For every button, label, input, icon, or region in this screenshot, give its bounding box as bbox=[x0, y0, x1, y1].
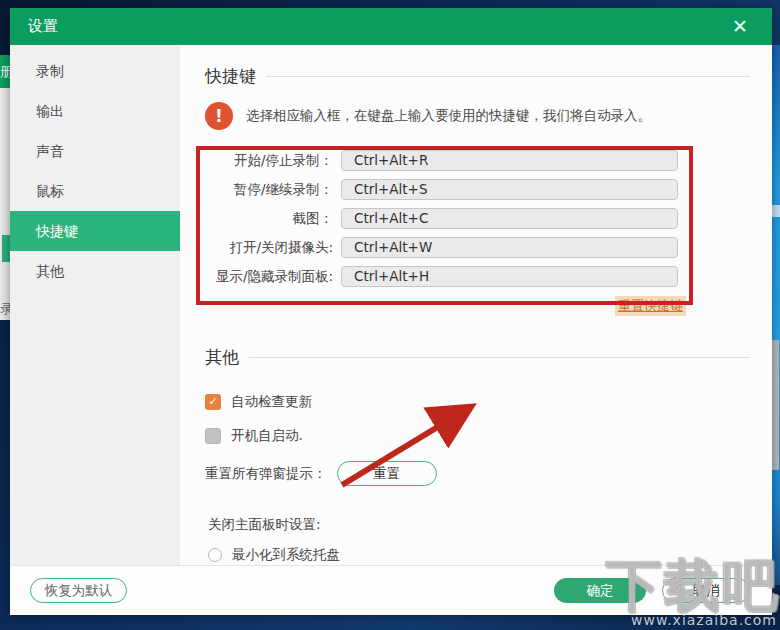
radio-minimize-to-tray[interactable] bbox=[208, 548, 222, 562]
hotkey-row: 暂停/继续录制： Ctrl+Alt+S bbox=[205, 179, 772, 200]
desktop-blue-strip bbox=[772, 45, 780, 585]
background-scrollbar-fragment bbox=[772, 340, 779, 470]
section-divider bbox=[266, 76, 750, 77]
hotkey-label: 截图： bbox=[205, 210, 333, 228]
desktop-blue-strip-highlight bbox=[772, 205, 780, 217]
hotkey-input-screenshot[interactable]: Ctrl+Alt+C bbox=[341, 208, 678, 229]
hotkey-row: 打开/关闭摄像头: Ctrl+Alt+W bbox=[205, 237, 772, 258]
checkbox-auto-update[interactable]: ✓ bbox=[205, 394, 221, 410]
hotkey-row: 显示/隐藏录制面板: Ctrl+Alt+H bbox=[205, 266, 772, 287]
hotkey-label: 打开/关闭摄像头: bbox=[205, 239, 333, 257]
hotkey-label: 显示/隐藏录制面板: bbox=[205, 268, 333, 286]
sidebar-item-mouse[interactable]: 鼠标 bbox=[10, 171, 180, 211]
title-bar: 设置 ✕ bbox=[10, 8, 772, 45]
window-title: 设置 bbox=[28, 17, 58, 36]
reset-popups-button[interactable]: 重置 bbox=[337, 461, 437, 486]
reset-hotkeys-link[interactable]: 重置快捷键 bbox=[615, 296, 686, 316]
section-divider bbox=[249, 357, 750, 358]
settings-dialog: 设置 ✕ 录制 输出 声音 鼠标 快捷键 其他 快捷键 ! 选择相应输入框，在键… bbox=[10, 8, 772, 615]
dialog-footer: 恢复为默认 确定 取消 bbox=[10, 565, 772, 615]
sidebar-item-other[interactable]: 其他 bbox=[10, 251, 180, 291]
sidebar-item-output[interactable]: 输出 bbox=[10, 91, 180, 131]
restore-defaults-button[interactable]: 恢复为默认 bbox=[30, 578, 127, 603]
checkbox-auto-start[interactable] bbox=[205, 428, 221, 444]
ok-button[interactable]: 确定 bbox=[554, 578, 646, 603]
hotkey-input-pause-resume[interactable]: Ctrl+Alt+S bbox=[341, 179, 678, 200]
background-window-fragment: 录 bbox=[0, 300, 10, 318]
reset-all-popups-label: 重置所有弹窗提示： bbox=[205, 465, 327, 483]
settings-sidebar: 录制 输出 声音 鼠标 快捷键 其他 bbox=[10, 45, 180, 565]
cancel-button[interactable]: 取消 bbox=[662, 578, 750, 603]
hotkey-row: 截图： Ctrl+Alt+C bbox=[205, 208, 772, 229]
hotkey-input-show-hide-panel[interactable]: Ctrl+Alt+H bbox=[341, 266, 678, 287]
hotkey-input-webcam[interactable]: Ctrl+Alt+W bbox=[341, 237, 678, 258]
sidebar-item-hotkeys[interactable]: 快捷键 bbox=[10, 211, 180, 251]
other-section-title: 其他 bbox=[205, 346, 239, 369]
radio-label: 最小化到系统托盘 bbox=[232, 546, 340, 564]
close-icon[interactable]: ✕ bbox=[726, 17, 754, 36]
sidebar-item-record[interactable]: 录制 bbox=[10, 51, 180, 91]
hotkey-label: 开始/停止录制： bbox=[205, 152, 333, 170]
background-window-fragment bbox=[2, 235, 10, 262]
hotkey-input-start-stop[interactable]: Ctrl+Alt+R bbox=[341, 150, 678, 171]
hotkeys-section-title: 快捷键 bbox=[205, 65, 256, 88]
warning-icon: ! bbox=[205, 102, 233, 130]
hotkey-rows: 开始/停止录制： Ctrl+Alt+R 暂停/继续录制： Ctrl+Alt+S … bbox=[205, 150, 772, 287]
background-window-fragment bbox=[0, 88, 10, 320]
sidebar-item-sound[interactable]: 声音 bbox=[10, 131, 180, 171]
hotkey-row: 开始/停止录制： Ctrl+Alt+R bbox=[205, 150, 772, 171]
hotkey-label: 暂停/继续录制： bbox=[205, 181, 333, 199]
background-window-fragment: 册 bbox=[0, 55, 10, 88]
hotkeys-notice-text: 选择相应输入框，在键盘上输入要使用的快捷键，我们将自动录入。 bbox=[246, 107, 651, 125]
settings-content: 快捷键 ! 选择相应输入框，在键盘上输入要使用的快捷键，我们将自动录入。 开始/… bbox=[180, 45, 772, 565]
close-panel-setting-label: 关闭主面板时设置: bbox=[205, 516, 772, 534]
checkbox-label: 开机自启动. bbox=[231, 427, 303, 445]
checkbox-label: 自动检查更新 bbox=[231, 393, 312, 411]
